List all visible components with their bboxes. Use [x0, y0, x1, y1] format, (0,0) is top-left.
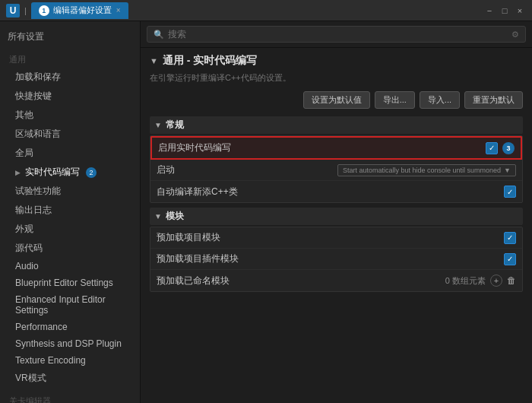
- main-layout: 所有设置 通用 加载和保存 快捷按键 其他 区域和语言 全局 ▶ 实时代码编写 …: [0, 21, 532, 403]
- preload-plugin-control: ✓: [504, 253, 516, 265]
- sidebar-item-audio[interactable]: Audio: [0, 258, 140, 274]
- sidebar-section-kaka: 关卡编辑器: [0, 391, 140, 403]
- sidebar-item-perf[interactable]: Performance: [0, 319, 140, 335]
- sidebar-arrow-icon: ▶: [15, 169, 21, 176]
- sidebar-item-quanjin[interactable]: 全局: [0, 144, 140, 163]
- auto-compile-checkbox[interactable]: ✓: [504, 186, 516, 198]
- sidebar: 所有设置 通用 加载和保存 快捷按键 其他 区域和语言 全局 ▶ 实时代码编写 …: [0, 21, 141, 403]
- enable-realtime-control: ✓ 3: [486, 142, 515, 154]
- action-bar: 设置为默认值 导出... 导入... 重置为默认: [150, 91, 523, 109]
- search-bar: 🔍 ⚙: [141, 21, 532, 48]
- mokuai-settings-block: 预加载项目模块 ✓ 预加载项目插件模块 ✓ 预加载已命名模块: [150, 227, 523, 292]
- section-arrow-icon: ▼: [150, 56, 158, 65]
- sidebar-item-kuaijie[interactable]: 快捷按键: [0, 87, 140, 106]
- auto-compile-control: ✓: [504, 186, 516, 198]
- enable-realtime-checkbox[interactable]: ✓: [486, 142, 498, 154]
- subsection-changgui-header[interactable]: ▼ 常规: [150, 116, 523, 134]
- minimize-button[interactable]: −: [483, 5, 496, 17]
- sidebar-item-rizhis[interactable]: 输出日志: [0, 201, 140, 220]
- set-default-button[interactable]: 设置为默认值: [303, 91, 370, 109]
- preload-plugin-checkbox[interactable]: ✓: [504, 253, 516, 265]
- preload-project-label: 预加载项目模块: [157, 231, 504, 244]
- title-bar-logo: U: [6, 4, 20, 17]
- sidebar-item-enhanced[interactable]: Enhanced Input Editor Settings: [0, 291, 140, 319]
- window-controls: − □ ×: [483, 5, 526, 17]
- export-button[interactable]: 导出...: [375, 91, 415, 109]
- subsection-mokuai-header[interactable]: ▼ 模块: [150, 208, 523, 225]
- sidebar-item-shiyan[interactable]: 试验性功能: [0, 182, 140, 201]
- sidebar-item-realtime[interactable]: ▶ 实时代码编写 2: [0, 163, 140, 182]
- sidebar-item-qita[interactable]: 其他: [0, 106, 140, 125]
- content-scroll: ▼ 通用 - 实时代码编写 在引擎运行时重编译C++代码的设置。 设置为默认值 …: [141, 48, 532, 403]
- startup-dropdown[interactable]: Start automatically but hide console unt…: [337, 164, 516, 176]
- setting-row-auto-compile: 自动编译新添C++类 ✓: [150, 181, 522, 202]
- reset-button[interactable]: 重置为默认: [464, 91, 523, 109]
- auto-compile-label: 自动编译新添C++类: [157, 186, 504, 198]
- section-description: 在引擎运行时重编译C++代码的设置。: [150, 72, 523, 84]
- subsection-mokuai-title: 模块: [166, 210, 184, 223]
- sidebar-item-blueprint[interactable]: Blueprint Editor Settings: [0, 274, 140, 291]
- sidebar-item-jiazai[interactable]: 加载和保存: [0, 68, 140, 87]
- mokuai-arrow-icon: ▼: [154, 212, 162, 221]
- add-element-button[interactable]: +: [490, 274, 502, 287]
- maximize-button[interactable]: □: [499, 5, 511, 17]
- setting-row-preload-project: 预加载项目模块 ✓: [150, 227, 522, 249]
- sidebar-item-texture[interactable]: Texture Encoding: [0, 352, 140, 369]
- preload-project-checkbox[interactable]: ✓: [504, 232, 516, 244]
- sidebar-badge: 2: [86, 167, 97, 178]
- preload-plugin-label: 预加载项目插件模块: [157, 252, 504, 265]
- sidebar-item-waiguan[interactable]: 外观: [0, 220, 140, 239]
- tab-close-icon[interactable]: ×: [116, 6, 121, 14]
- search-wrap: 🔍 ⚙: [147, 26, 526, 43]
- tab-badge: 1: [39, 5, 49, 16]
- preload-named-count: 0 数组元素: [445, 275, 486, 287]
- changgui-settings-block: 启用实时代码编写 ✓ 3 启动 Start automatically but …: [150, 135, 523, 203]
- title-bar: U | 1 编辑器偏好设置 × − □ ×: [0, 0, 532, 21]
- search-icon: 🔍: [154, 30, 164, 40]
- setting-row-preload-named: 预加载已命名模块 0 数组元素 + 🗑: [150, 270, 522, 291]
- preload-project-control: ✓: [504, 232, 516, 244]
- sidebar-section-general: 通用: [0, 49, 140, 68]
- delete-element-button[interactable]: 🗑: [507, 275, 516, 286]
- subsection-arrow-icon: ▼: [154, 121, 162, 129]
- setting-row-enable-realtime: 启用实时代码编写 ✓ 3: [150, 136, 522, 160]
- setting-row-startup: 启动 Start automatically but hide console …: [150, 160, 522, 181]
- content-area: 🔍 ⚙ ▼ 通用 - 实时代码编写 在引擎运行时重编译C++代码的设置。 设置为…: [141, 21, 532, 403]
- startup-label: 启动: [157, 163, 337, 176]
- setting-row-preload-plugin: 预加载项目插件模块 ✓: [150, 249, 522, 270]
- subsection-changgui-title: 常规: [166, 119, 184, 132]
- close-button[interactable]: ×: [514, 5, 526, 17]
- startup-dropdown-value: Start automatically but hide console unt…: [343, 167, 501, 174]
- search-input[interactable]: [168, 29, 511, 40]
- enable-realtime-label: 启用实时代码编写: [158, 141, 486, 154]
- section-header: ▼ 通用 - 实时代码编写: [150, 54, 523, 68]
- tab-label: 编辑器偏好设置: [53, 5, 112, 16]
- sidebar-item-quyu[interactable]: 区域和语言: [0, 125, 140, 144]
- search-gear-icon[interactable]: ⚙: [511, 30, 519, 40]
- preload-named-control: 0 数组元素 + 🗑: [445, 274, 516, 287]
- editor-prefs-tab[interactable]: 1 编辑器偏好设置 ×: [31, 2, 128, 19]
- dropdown-arrow-icon: ▼: [504, 167, 511, 174]
- title-tabs: 1 编辑器偏好设置 ×: [31, 2, 483, 19]
- enable-realtime-badge: 3: [502, 142, 515, 154]
- sidebar-item-all-settings[interactable]: 所有设置: [0, 27, 140, 46]
- toolbar-icon: |: [24, 6, 27, 15]
- import-button[interactable]: 导入...: [420, 91, 460, 109]
- section-title: 通用 - 实时代码编写: [163, 54, 257, 68]
- preload-named-label: 预加载已命名模块: [157, 274, 445, 287]
- sidebar-item-synth[interactable]: Synthesis and DSP Plugin: [0, 335, 140, 352]
- sidebar-item-vrmode[interactable]: VR模式: [0, 369, 140, 388]
- sidebar-item-yuandaima[interactable]: 源代码: [0, 239, 140, 258]
